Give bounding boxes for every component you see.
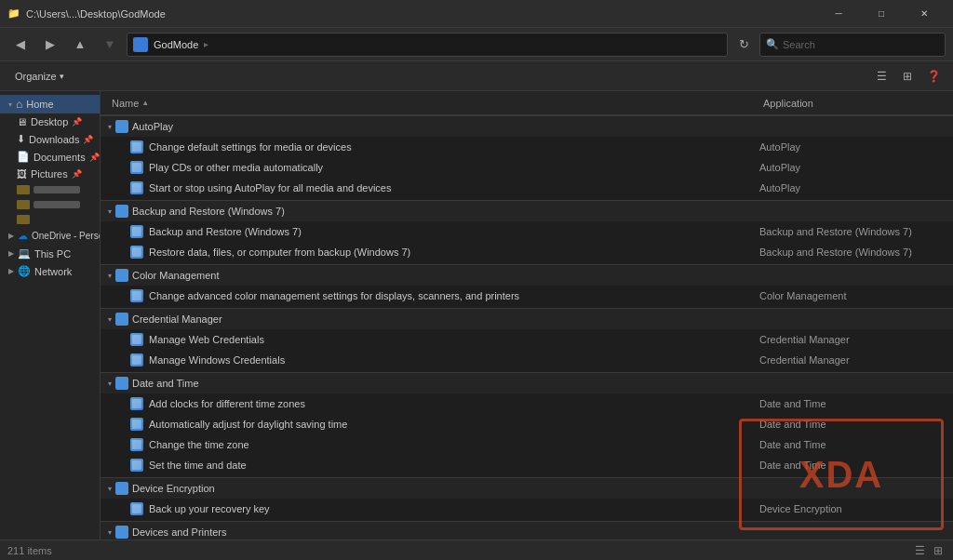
forward-button[interactable]: ▶ — [37, 32, 63, 58]
file-item-name: Change advanced color management setting… — [108, 289, 759, 302]
table-row[interactable]: Restore data, files, or computer from ba… — [101, 242, 953, 262]
sidebar-item-downloads[interactable]: ⬇ Downloads 📌 — [11, 130, 100, 148]
category-chevron: ▾ — [108, 123, 112, 131]
details-view-icon[interactable]: ☰ — [912, 543, 927, 558]
category-header[interactable]: ▾ Devices and Printers — [101, 521, 953, 540]
close-button[interactable]: ✕ — [903, 0, 946, 28]
sidebar-item-network[interactable]: ▶ 🌐 Network — [0, 262, 100, 280]
file-app: Date and Time — [759, 439, 946, 450]
file-item-name: Restore data, files, or computer from ba… — [108, 246, 759, 259]
search-bar[interactable]: 🔍 Search — [759, 33, 946, 57]
app-column-header[interactable]: Application — [759, 98, 946, 109]
grid-view-button[interactable]: ⊞ — [895, 65, 919, 87]
file-icon — [130, 438, 143, 451]
category-name: Devices and Printers — [132, 527, 227, 538]
sidebar-item-onedrive[interactable]: ▶ ☁ OneDrive - Personal — [0, 227, 100, 245]
name-column-header[interactable]: Name ▲ — [108, 98, 759, 109]
table-row[interactable]: Change default settings for media or dev… — [101, 137, 953, 157]
file-icon — [130, 418, 143, 431]
category-credential-manager: ▾ Credential Manager Manage Web Credenti… — [101, 308, 953, 370]
table-row[interactable]: Play CDs or other media automatically Au… — [101, 157, 953, 178]
table-row[interactable]: Manage Windows Credentials Credential Ma… — [101, 350, 953, 370]
minimize-button[interactable]: ─ — [817, 0, 860, 28]
file-name: Change default settings for media or dev… — [149, 141, 352, 153]
sidebar-item-blurred2[interactable] — [11, 197, 100, 212]
category-header[interactable]: ▾ Backup and Restore (Windows 7) — [101, 200, 953, 221]
category-name: Device Encryption — [132, 483, 215, 494]
file-item-name: Manage Windows Credentials — [108, 353, 759, 367]
sidebar-item-home[interactable]: ▾ ⌂ Home — [0, 95, 100, 113]
search-icon: 🔍 — [766, 38, 779, 50]
table-row[interactable]: Back up your recovery key Device Encrypt… — [101, 499, 953, 519]
category-header[interactable]: ▾ Color Management — [101, 264, 953, 286]
file-app: Color Management — [759, 290, 946, 301]
category-color-management: ▾ Color Management Change advanced color… — [101, 264, 953, 306]
window-controls: ─ □ ✕ — [817, 0, 946, 28]
maximize-button[interactable]: □ — [860, 0, 903, 28]
organize-button[interactable]: Organize ▾ — [7, 68, 72, 85]
table-row[interactable]: Change the time zone Date and Time — [101, 434, 953, 455]
up-button[interactable]: ▲ — [67, 32, 93, 58]
sidebar-item-desktop[interactable]: 🖥 Desktop 📌 — [11, 113, 100, 130]
table-row[interactable]: Backup and Restore (Windows 7) Backup an… — [101, 221, 953, 242]
category-device-encryption: ▾ Device Encryption Back up your recover… — [101, 477, 953, 519]
category-name: Backup and Restore (Windows 7) — [132, 206, 285, 217]
category-header[interactable]: ▾ Date and Time — [101, 372, 953, 393]
network-arrow: ▶ — [8, 267, 14, 275]
category-icon — [115, 205, 128, 218]
category-chevron: ▾ — [108, 272, 112, 280]
category-icon — [115, 482, 128, 495]
sidebar-item-blurred3[interactable] — [11, 212, 100, 227]
help-button[interactable]: ❓ — [921, 65, 946, 87]
category-chevron: ▾ — [108, 207, 112, 216]
large-icons-icon[interactable]: ⊞ — [931, 543, 946, 558]
file-app: Date and Time — [759, 419, 946, 430]
thispc-label: This PC — [34, 248, 71, 260]
file-app: Credential Manager — [759, 334, 946, 345]
sidebar-item-pictures[interactable]: 🖼 Pictures 📌 — [11, 166, 100, 182]
file-item-name: Change the time zone — [108, 438, 759, 451]
address-bar[interactable]: GodMode ▸ — [127, 33, 728, 57]
file-item-name: Change default settings for media or dev… — [108, 140, 759, 153]
thispc-arrow: ▶ — [8, 249, 14, 258]
search-placeholder: Search — [783, 39, 815, 50]
recent-button[interactable]: ▼ — [97, 32, 123, 58]
table-row[interactable]: Start or stop using AutoPlay for all med… — [101, 178, 953, 198]
address-arrow: ▸ — [204, 39, 208, 49]
refresh-button[interactable]: ↻ — [732, 33, 756, 57]
sidebar: ▾ ⌂ Home 🖥 Desktop 📌 ⬇ Downloads 📌 📄 Doc… — [0, 91, 101, 540]
sidebar-item-thispc[interactable]: ▶ 💻 This PC — [0, 245, 100, 262]
onedrive-label: OneDrive - Personal — [32, 231, 100, 241]
file-name: Manage Web Credentials — [149, 334, 264, 345]
pictures-label: Pictures — [31, 168, 68, 180]
back-button[interactable]: ◀ — [7, 32, 34, 58]
category-name: Color Management — [132, 270, 220, 281]
category-devices-and-printers: ▾ Devices and Printers Add a Bluetooth d… — [101, 521, 953, 540]
table-row[interactable]: Change advanced color management setting… — [101, 286, 953, 306]
category-header[interactable]: ▾ Credential Manager — [101, 308, 953, 329]
category-header[interactable]: ▾ Device Encryption — [101, 477, 953, 499]
sidebar-item-documents[interactable]: 📄 Documents 📌 — [11, 148, 100, 166]
file-app: Backup and Restore (Windows 7) — [759, 247, 946, 258]
content-area[interactable]: Name ▲ Application ▾ AutoPlay Change def… — [101, 91, 953, 540]
file-app: Credential Manager — [759, 354, 946, 366]
category-date-and-time: ▾ Date and Time Add clocks for different… — [101, 372, 953, 475]
table-row[interactable]: Set the time and date Date and Time — [101, 455, 953, 475]
category-icon — [115, 313, 128, 326]
sidebar-item-blurred1[interactable] — [11, 182, 100, 197]
details-view-button[interactable]: ☰ — [869, 65, 893, 87]
table-row[interactable]: Automatically adjust for daylight saving… — [101, 414, 953, 434]
documents-label: Documents — [34, 152, 86, 163]
category-header[interactable]: ▾ AutoPlay — [101, 115, 953, 137]
file-app: AutoPlay — [759, 182, 946, 193]
table-row[interactable]: Add clocks for different time zones Date… — [101, 393, 953, 414]
file-icon — [130, 246, 143, 259]
status-right-controls: ☰ ⊞ — [912, 543, 946, 558]
category-autoplay: ▾ AutoPlay Change default settings for m… — [101, 115, 953, 198]
organize-label: Organize — [15, 71, 57, 82]
file-name: Play CDs or other media automatically — [149, 162, 323, 173]
downloads-icon: ⬇ — [17, 133, 25, 145]
table-row[interactable]: Manage Web Credentials Credential Manage… — [101, 329, 953, 350]
category-chevron: ▾ — [108, 528, 112, 537]
file-app: AutoPlay — [759, 162, 946, 173]
